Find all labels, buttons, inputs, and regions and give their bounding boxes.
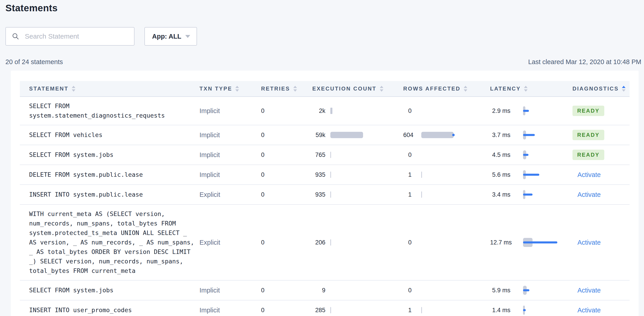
- rows-affected-value: 604: [403, 132, 412, 138]
- execution-count-value: 285: [312, 307, 326, 314]
- diagnostics-cell: READY: [572, 150, 630, 160]
- activate-diagnostics-link[interactable]: Activate: [578, 191, 601, 198]
- execution-count-value: 9: [312, 287, 326, 294]
- sort-arrows-icon: [235, 86, 239, 92]
- execution-count-value: 935: [312, 171, 326, 178]
- diagnostics-cell: READY: [572, 106, 630, 116]
- latency-value: 4.5 ms: [490, 152, 510, 158]
- table-row: SELECT FROM system.jobs Implicit 0 765 0…: [20, 145, 630, 165]
- column-label: LATENCY: [490, 86, 521, 92]
- latency-mean-bar: [523, 194, 532, 196]
- statement-text[interactable]: DELETE FROM system.public.lease: [29, 170, 143, 180]
- activate-diagnostics-link[interactable]: Activate: [578, 239, 601, 246]
- column-header-retries[interactable]: RETRIES: [261, 86, 312, 92]
- statement-text[interactable]: SELECT FROM system.jobs: [29, 286, 114, 295]
- latency-mean-bar: [523, 289, 529, 292]
- sort-arrows-icon: [464, 86, 467, 92]
- latency-value: 3.4 ms: [490, 191, 510, 198]
- sort-arrows-icon: [72, 86, 75, 92]
- column-header-rows-affected[interactable]: ROWS AFFECTED: [403, 86, 467, 92]
- diagnostics-ready-badge: READY: [572, 150, 604, 160]
- diagnostics-cell: Activate: [572, 287, 630, 294]
- diagnostics-cell: Activate: [572, 306, 630, 314]
- search-input[interactable]: [25, 32, 130, 40]
- retries-value: 0: [261, 171, 264, 178]
- app-filter-label: App: ALL: [152, 33, 181, 40]
- statements-count: 20 of 24 statements: [6, 58, 63, 66]
- txn-type-value: Explicit: [200, 239, 220, 246]
- column-header-execution-count[interactable]: EXECUTION COUNT: [312, 86, 384, 92]
- execution-count-value: 765: [312, 152, 326, 158]
- search-box[interactable]: [6, 27, 134, 46]
- table-row: SELECT FROM system.jobs Implicit 0 9 0 5…: [20, 280, 630, 300]
- rows-affected-bar: [421, 171, 460, 178]
- latency-bar-chart: [523, 305, 572, 315]
- latency-value: 5.9 ms: [490, 287, 510, 294]
- statement-text[interactable]: WITH current_meta AS (SELECT version, nu…: [29, 209, 197, 276]
- diagnostics-cell: Activate: [572, 191, 630, 198]
- activate-diagnostics-link[interactable]: Activate: [578, 287, 601, 294]
- latency-mean-bar: [523, 154, 528, 156]
- latency-mean-bar: [523, 174, 539, 176]
- latency-mean-bar: [523, 242, 557, 244]
- statement-text[interactable]: SELECT FROM system.jobs: [29, 150, 114, 160]
- rows-affected-value: 0: [403, 287, 412, 294]
- statements-page: Statements App: ALL 20 of 24 statements …: [0, 0, 644, 316]
- statement-text[interactable]: SELECT FROM system.statement_diagnostics…: [29, 101, 197, 120]
- column-header-statement[interactable]: STATEMENT: [29, 86, 197, 92]
- latency-value: 5.6 ms: [490, 171, 510, 178]
- sort-arrows-icon: [524, 86, 528, 92]
- column-label: STATEMENT: [29, 86, 68, 92]
- statement-text[interactable]: INSERT INTO system.public.lease: [29, 190, 143, 199]
- txn-type-value: Explicit: [200, 191, 220, 198]
- retries-value: 0: [261, 287, 264, 294]
- execution-count-value: 935: [312, 191, 326, 198]
- retries-value: 0: [261, 108, 264, 114]
- rows-affected-value: 1: [403, 171, 412, 178]
- column-header-diagnostics[interactable]: DIAGNOSTICS: [572, 86, 630, 92]
- table-row: SELECT FROM system.statement_diagnostics…: [20, 97, 630, 125]
- txn-type-value: Implicit: [200, 306, 220, 314]
- execution-count-bar: [330, 287, 369, 294]
- column-label: DIAGNOSTICS: [572, 86, 619, 92]
- execution-count-value: 2k: [312, 108, 326, 114]
- table-row: INSERT INTO user_promo_codes Implicit 0 …: [20, 300, 630, 316]
- execution-count-bar: [330, 191, 369, 198]
- latency-bar-chart: [523, 106, 572, 116]
- sort-arrows-icon: [380, 86, 384, 92]
- latency-mean-bar: [523, 134, 535, 136]
- meta-row: 20 of 24 statements Last cleared Mar 12,…: [6, 58, 641, 66]
- latency-mean-bar: [523, 110, 529, 112]
- latency-mean-bar: [523, 309, 526, 311]
- rows-affected-dot-marker: [452, 134, 455, 136]
- txn-type-value: Implicit: [200, 171, 220, 178]
- latency-value: 3.7 ms: [490, 132, 510, 138]
- execution-count-bar: [330, 307, 369, 314]
- execution-count-value: 59k: [312, 132, 326, 138]
- diagnostics-ready-badge: READY: [572, 130, 604, 140]
- activate-diagnostics-link[interactable]: Activate: [578, 306, 601, 314]
- app-filter-dropdown[interactable]: App: ALL: [144, 27, 197, 46]
- column-header-latency[interactable]: LATENCY: [490, 86, 528, 92]
- execution-count-value: 206: [312, 239, 326, 246]
- activate-diagnostics-link[interactable]: Activate: [578, 171, 601, 178]
- page-title: Statements: [6, 2, 641, 14]
- latency-value: 12.7 ms: [490, 239, 510, 246]
- latency-bar-chart: [523, 130, 572, 140]
- diagnostics-ready-badge: READY: [572, 106, 604, 116]
- table-row: WITH current_meta AS (SELECT version, nu…: [20, 205, 630, 280]
- rows-affected-bar: [421, 287, 460, 294]
- controls-row: App: ALL: [6, 27, 641, 46]
- statement-text[interactable]: SELECT FROM vehicles: [29, 130, 102, 140]
- latency-bar-chart: [523, 170, 572, 180]
- column-header-txn-type[interactable]: TXN TYPE: [200, 86, 258, 92]
- retries-value: 0: [261, 239, 264, 246]
- rows-affected-bar: [421, 132, 460, 138]
- txn-type-value: Implicit: [200, 131, 220, 138]
- diagnostics-cell: Activate: [572, 239, 630, 246]
- search-icon: [12, 32, 20, 40]
- execution-count-bar: [330, 239, 369, 246]
- retries-value: 0: [261, 152, 264, 158]
- rows-affected-value: 1: [403, 307, 412, 314]
- statement-text[interactable]: INSERT INTO user_promo_codes: [29, 306, 132, 315]
